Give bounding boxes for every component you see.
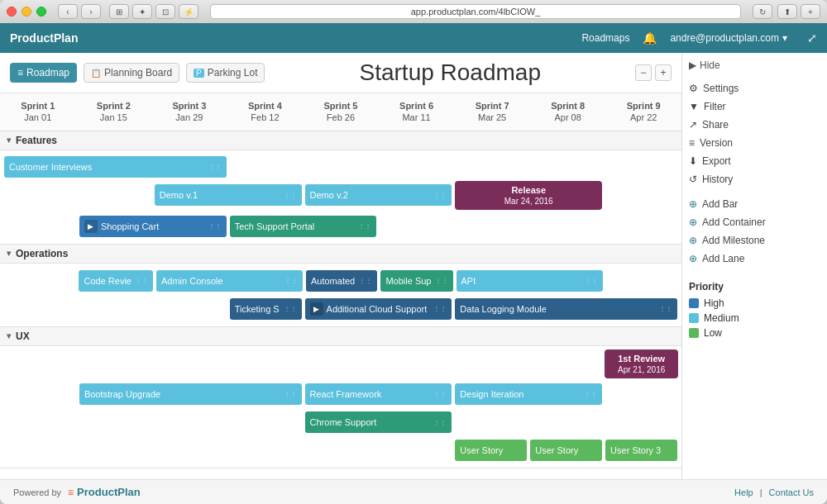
add-container-item[interactable]: ⊕ Add Container xyxy=(689,213,820,231)
share-item[interactable]: ↗ Share xyxy=(689,116,820,134)
chrome-support-cell: Chrome Support ⋮⋮ xyxy=(304,411,453,434)
bootstrap-bar[interactable]: Bootstrap Upgrade ⋮⋮ xyxy=(79,383,302,405)
powered-by-text: Powered by xyxy=(13,487,61,497)
new-tab-button[interactable]: + xyxy=(801,4,820,19)
ux-lane-body: 1st Review Apr 21, 2016 Bootstrap Upgrad… xyxy=(0,346,681,468)
tech-support-cell: Tech Support Portal ⋮⋮ xyxy=(229,215,378,238)
maximize-button[interactable] xyxy=(36,7,46,17)
hide-button[interactable]: ▶ Hide xyxy=(689,59,820,71)
mobile-sup-label: Mobile Sup xyxy=(385,276,431,286)
demo-v2-bar[interactable]: Demo v.2 ⋮⋮ xyxy=(305,184,452,206)
export-item[interactable]: ⬇ Export xyxy=(689,152,820,170)
release-milestone[interactable]: Release Mar 24, 2016 xyxy=(455,181,602,210)
react-framework-bar[interactable]: React Framework ⋮⋮ xyxy=(305,383,452,405)
lightning-button[interactable]: ⚡ xyxy=(179,4,198,19)
tech-support-bar[interactable]: Tech Support Portal ⋮⋮ xyxy=(230,216,377,237)
app-header: ProductPlan Roadmaps 🔔 andre@productplan… xyxy=(0,23,827,53)
filter-item[interactable]: ▼ Filter xyxy=(689,97,820,116)
sprint-container: Sprint 1Jan 01 Sprint 2Jan 15 Sprint 3Ja… xyxy=(0,93,681,479)
demo-v1-bar[interactable]: Demo v.1 ⋮⋮ xyxy=(155,184,302,206)
help-link[interactable]: Help xyxy=(734,487,753,497)
settings-item[interactable]: ⚙ Settings xyxy=(689,79,820,97)
additional-cloud-bar[interactable]: ▶ Additional Cloud Support ⋮⋮ xyxy=(305,298,452,320)
mobile-sup-bar[interactable]: Mobile Sup ⋮⋮ xyxy=(380,270,452,292)
user-story-2-bar[interactable]: User Story xyxy=(530,440,602,461)
contact-link[interactable]: Contact Us xyxy=(769,487,814,497)
priority-low: Low xyxy=(689,326,820,340)
roadmaps-link[interactable]: Roadmaps xyxy=(581,32,629,44)
roadmap-area: ≡ Roadmap 📋 Planning Board P Parking Lot… xyxy=(0,53,682,479)
features-lane-body: Customer Interviews ⋮⋮ Demo v.1 ⋮⋮ xyxy=(0,150,681,244)
user-story-3-bar[interactable]: User Story 3 xyxy=(605,440,677,461)
customer-interviews-bar[interactable]: Customer Interviews ⋮⋮ xyxy=(4,156,227,178)
puzzle-button[interactable]: ✦ xyxy=(132,4,152,19)
api-bar[interactable]: API ⋮⋮ xyxy=(457,270,603,292)
mobile-sup-cell: Mobile Sup ⋮⋮ xyxy=(380,269,453,292)
first-review-wrapper: 1st Review Apr 21, 2016 xyxy=(0,349,681,378)
add-bar-item[interactable]: ⊕ Add Bar xyxy=(689,195,820,213)
bar-handle: ⋮⋮ xyxy=(356,277,372,284)
bar-handle: ⋮⋮ xyxy=(280,305,297,312)
version-item[interactable]: ≡ Version xyxy=(689,134,820,152)
bootstrap-label: Bootstrap Upgrade xyxy=(84,389,160,399)
operations-toggle-icon: ▾ xyxy=(7,249,11,258)
user-menu[interactable]: andre@productplan.com ▾ xyxy=(670,32,787,44)
first-review-milestone[interactable]: 1st Review Apr 21, 2016 xyxy=(605,349,678,378)
bar-handle: ⋮⋮ xyxy=(430,419,447,426)
features-lane-label: Features xyxy=(16,135,57,146)
close-button[interactable] xyxy=(7,7,17,17)
tab-roadmap[interactable]: ≡ Roadmap xyxy=(10,63,77,83)
priority-low-dot xyxy=(689,328,699,338)
release-label: Release xyxy=(461,184,595,196)
add-milestone-item[interactable]: ⊕ Add Milestone xyxy=(689,231,820,250)
admin-console-cell: Admin Console ⋮⋮ xyxy=(155,269,304,292)
forward-button[interactable]: › xyxy=(81,4,101,19)
split-button[interactable]: ⊡ xyxy=(155,4,175,19)
automated-bar[interactable]: Automated ⋮⋮ xyxy=(306,270,377,292)
demo-v1-label: Demo v.1 xyxy=(160,190,198,200)
history-item[interactable]: ↺ History xyxy=(689,170,820,188)
demo-v2-cell: Demo v.2 ⋮⋮ xyxy=(304,183,453,207)
share-tb-button[interactable]: ⬆ xyxy=(777,4,797,19)
priority-low-label: Low xyxy=(704,327,722,339)
sprint-col-8: Sprint 8Apr 08 xyxy=(530,97,606,127)
zoom-in-button[interactable]: + xyxy=(655,64,672,81)
bar-handle: ⋮⋮ xyxy=(430,192,447,199)
ux-lane-header[interactable]: ▾ UX xyxy=(0,327,681,346)
notifications-icon[interactable]: 🔔 xyxy=(643,31,657,45)
tab-parking-lot[interactable]: P Parking Lot xyxy=(186,63,265,83)
bar-handle: ⋮⋮ xyxy=(581,277,598,284)
tab-planning-board[interactable]: 📋 Planning Board xyxy=(84,63,179,83)
minimize-button[interactable] xyxy=(22,7,31,17)
back-button[interactable]: ‹ xyxy=(58,4,78,19)
bootstrap-cell: Bootstrap Upgrade ⋮⋮ xyxy=(79,383,303,406)
lane-features-header[interactable]: ▾ Features xyxy=(0,131,681,150)
chrome-support-bar[interactable]: Chrome Support ⋮⋮ xyxy=(305,411,452,433)
data-logging-label: Data Logging Module xyxy=(460,304,547,314)
code-review-bar[interactable]: Code Revie ⋮⋮ xyxy=(79,270,152,292)
ticketing-bar[interactable]: Ticketing S ⋮⋮ xyxy=(230,298,302,320)
zoom-out-button[interactable]: − xyxy=(635,64,652,81)
data-logging-bar[interactable]: Data Logging Module ⋮⋮ xyxy=(455,298,677,320)
user-story-1-bar[interactable]: User Story xyxy=(455,440,527,461)
operations-lane-header[interactable]: ▾ Operations xyxy=(0,245,681,264)
history-icon: ↺ xyxy=(689,174,697,185)
expand-icon[interactable]: ▶ xyxy=(310,302,323,316)
footer-brand-icon: ≡ xyxy=(68,487,74,498)
design-iteration-bar[interactable]: Design Iteration ⋮⋮ xyxy=(455,383,602,405)
tab-view-button[interactable]: ⊞ xyxy=(109,4,129,19)
user-story-3-cell: User Story 3 xyxy=(605,439,678,462)
add-lane-item[interactable]: ⊕ Add Lane xyxy=(689,250,820,268)
admin-console-bar[interactable]: Admin Console ⋮⋮ xyxy=(156,270,303,292)
release-date: Mar 24, 2016 xyxy=(504,197,553,206)
fullscreen-icon[interactable]: ⤢ xyxy=(807,31,817,45)
refresh-button[interactable]: ↻ xyxy=(753,4,772,19)
address-bar[interactable]: app.productplan.com/4lbCIOW_ xyxy=(210,4,741,19)
settings-label: Settings xyxy=(703,83,739,94)
sprint-col-5: Sprint 5Feb 26 xyxy=(303,97,379,127)
expand-icon[interactable]: ▶ xyxy=(84,220,98,233)
shopping-cart-bar[interactable]: ▶ Shopping Cart ⋮⋮ xyxy=(79,216,227,237)
customer-interviews-cell: Customer Interviews ⋮⋮ xyxy=(3,155,227,178)
operations-lane-body: Code Revie ⋮⋮ Admin Console ⋮⋮ xyxy=(0,264,681,326)
user-story-3-label: User Story 3 xyxy=(610,445,661,455)
